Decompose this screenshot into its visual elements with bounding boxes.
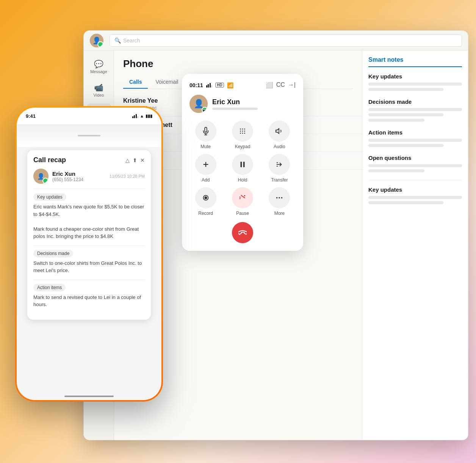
mute-icon-circle	[195, 120, 216, 142]
notes-line	[368, 119, 424, 122]
svg-point-9	[242, 133, 243, 134]
end-call-button[interactable]	[232, 222, 253, 243]
call-recap-container: Call recap △ ⬆ ✕ 👤 Eric Xun	[17, 150, 161, 320]
signal-bar-4	[211, 85, 212, 88]
record-button[interactable]: Record	[189, 187, 222, 216]
wifi-icon-mobile: ▲	[140, 114, 144, 118]
share-icon[interactable]: △	[125, 157, 130, 163]
tab-calls[interactable]: Calls	[123, 76, 148, 89]
recap-section-action-items: Action items Mark to send a revised quot…	[33, 284, 145, 308]
caption-icon[interactable]: CC	[276, 81, 285, 89]
audio-icon-circle	[269, 120, 290, 142]
svg-point-3	[242, 128, 243, 130]
call-buttons-grid: Mute Keypad Audio	[189, 120, 296, 216]
signal-bar-3	[210, 83, 211, 88]
search-bar[interactable]: 🔍 Search	[110, 34, 462, 47]
keypad-button[interactable]: Keypad	[226, 120, 258, 149]
notes-line	[368, 83, 462, 86]
sig-2	[134, 115, 135, 118]
transfer-button[interactable]: Transfer	[263, 154, 296, 183]
recap-tag-decisions: Decisions made	[33, 250, 73, 257]
pause-label: Pause	[236, 211, 249, 216]
video-icon: 📹	[94, 83, 103, 92]
video-badge: 📷	[202, 107, 208, 113]
svg-point-23	[276, 197, 278, 199]
recap-text-action-items: Mark to send a revised quote to Lei in a…	[33, 294, 145, 308]
phone-shell: 9:41 ▲ ▮▮▮	[15, 106, 163, 402]
recap-divider-1	[33, 246, 145, 246]
notes-line	[368, 201, 443, 204]
notes-section-key-updates: Key updates	[368, 73, 462, 91]
hold-icon-circle	[232, 154, 253, 175]
audio-button[interactable]: Audio	[263, 120, 296, 149]
notes-section-decisions: Decisions made	[368, 99, 462, 122]
transfer-label: Transfer	[271, 177, 288, 183]
signal-bar-2	[208, 84, 209, 88]
svg-point-22	[244, 195, 246, 197]
recap-contact: 👤 Eric Xun (650) 555-1234 11/05/23 10:28…	[33, 169, 145, 189]
popout-icon[interactable]: ⬜	[266, 81, 273, 89]
call-contact: 👤 📷 Eric Xun	[189, 95, 296, 113]
hold-button[interactable]: Hold	[226, 154, 258, 183]
recap-text-key-updates: Eric wants Mark's new quote for $5,5K to…	[33, 203, 145, 240]
notes-section-title: Action items	[368, 129, 462, 136]
upload-icon[interactable]: ⬆	[133, 157, 137, 163]
svg-rect-15	[243, 162, 245, 167]
svg-marker-11	[276, 129, 279, 134]
svg-point-5	[240, 131, 241, 132]
mobile-phone: 9:41 ▲ ▮▮▮	[15, 106, 163, 402]
search-icon: 🔍	[114, 38, 121, 44]
recap-header: Call recap △ ⬆ ✕	[33, 156, 145, 164]
notes-line	[368, 113, 443, 116]
notes-section-title: Decisions made	[368, 99, 462, 105]
audio-label: Audio	[274, 144, 285, 149]
more-icon-circle	[269, 187, 290, 208]
avatar-face: 👤	[33, 169, 49, 184]
svg-point-8	[240, 133, 241, 134]
tab-voicemail[interactable]: Voicemail	[149, 76, 184, 89]
notes-line	[368, 144, 443, 147]
time-display: 9:41	[26, 113, 36, 119]
svg-point-10	[244, 133, 245, 134]
notes-section-key-updates-2: Key updates	[368, 180, 462, 204]
smart-notes-title: Smart notes	[368, 56, 462, 67]
mute-button[interactable]: Mute	[189, 120, 222, 149]
signal-bars	[206, 83, 213, 88]
svg-point-24	[279, 197, 280, 199]
svg-point-4	[244, 128, 245, 130]
sidebar-item-message[interactable]: 💬 Message	[87, 56, 111, 77]
add-button[interactable]: Add	[189, 154, 222, 183]
sig-3	[136, 114, 137, 118]
close-icon[interactable]: ✕	[140, 157, 145, 163]
pause-button[interactable]: Pause	[226, 187, 258, 216]
sidebar-label-video: Video	[94, 93, 104, 97]
recap-contact-name: Eric Xun	[52, 170, 106, 177]
pause-icon-circle	[232, 187, 253, 208]
expand-icon[interactable]: →|	[288, 81, 296, 89]
keypad-icon-circle	[232, 120, 253, 142]
user-avatar[interactable]: 👤	[90, 34, 103, 47]
add-label: Add	[202, 177, 210, 183]
titlebar: 👤 🔍 Search	[84, 31, 468, 50]
home-indicator	[64, 396, 114, 397]
notes-section-open-questions: Open questions	[368, 155, 462, 172]
more-button[interactable]: More	[263, 187, 296, 216]
sidebar-item-video[interactable]: 📹 Video	[87, 80, 111, 100]
smart-notes-panel: Smart notes Key updates Decisions made A…	[362, 50, 468, 440]
svg-rect-14	[240, 162, 242, 167]
keypad-label: Keypad	[235, 144, 251, 149]
recap-action-icons: △ ⬆ ✕	[125, 157, 145, 163]
notes-section-action-items: Action items	[368, 129, 462, 147]
status-icons: ▲ ▮▮▮	[132, 114, 152, 119]
call-contact-info: Eric Xun	[212, 98, 258, 110]
svg-point-25	[281, 197, 283, 199]
search-placeholder: Search	[123, 38, 140, 44]
battery-icon: ▮▮▮	[146, 114, 152, 119]
wifi-icon: 📶	[227, 82, 233, 88]
recap-contact-phone: (650) 555-1234	[52, 177, 106, 182]
recap-divider-2	[33, 280, 145, 280]
phone-inner: 9:41 ▲ ▮▮▮	[17, 108, 161, 400]
transfer-icon-circle	[269, 154, 290, 175]
call-name-bar	[212, 108, 258, 110]
notes-line	[368, 108, 462, 111]
